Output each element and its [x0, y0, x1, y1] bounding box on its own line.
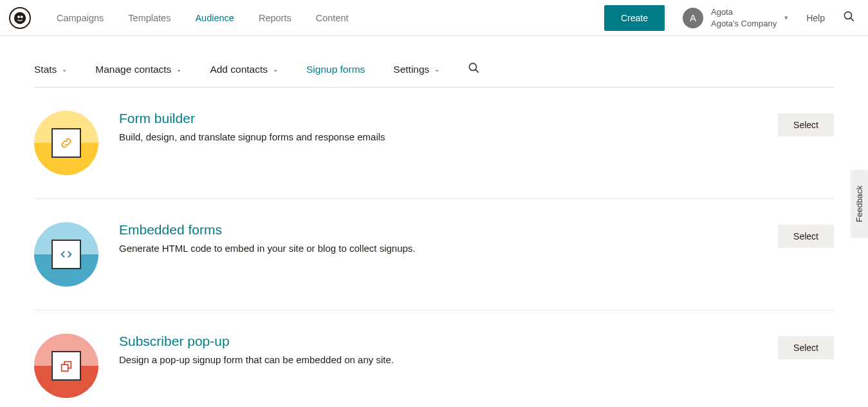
- select-button[interactable]: Select: [778, 336, 834, 359]
- subnav-manage-label: Manage contacts: [95, 64, 171, 75]
- subnav-settings[interactable]: Settings⌄: [393, 64, 439, 75]
- account-name: Agota: [711, 6, 777, 18]
- main-nav: Campaigns Templates Audience Reports Con…: [57, 13, 348, 23]
- create-button[interactable]: Create: [604, 5, 665, 31]
- form-builder-icon: [34, 111, 98, 175]
- signup-forms-list: Form builder Build, design, and translat…: [34, 88, 834, 407]
- nav-reports[interactable]: Reports: [259, 13, 291, 23]
- list-item: Form builder Build, design, and translat…: [34, 88, 834, 199]
- form-builder-title[interactable]: Form builder: [119, 111, 778, 126]
- list-item: Subscriber pop-up Design a pop-up signup…: [34, 310, 834, 407]
- embedded-forms-desc: Generate HTML code to embed in your site…: [119, 243, 778, 254]
- chevron-down-icon: ⌄: [62, 66, 67, 73]
- logo-icon[interactable]: [9, 7, 31, 29]
- chevron-down-icon: ▾: [784, 14, 788, 22]
- list-item: Embedded forms Generate HTML code to emb…: [34, 199, 834, 310]
- nav-campaigns[interactable]: Campaigns: [57, 13, 104, 23]
- subnav-add-label: Add contacts: [210, 64, 268, 75]
- svg-rect-8: [62, 364, 68, 371]
- nav-audience[interactable]: Audience: [195, 13, 234, 23]
- subnav-add-contacts[interactable]: Add contacts⌄: [210, 64, 278, 75]
- svg-point-1: [17, 15, 20, 18]
- account-text: Agota Agota's Company: [711, 6, 777, 29]
- subnav-settings-label: Settings: [393, 64, 429, 75]
- feedback-tab[interactable]: Feedback: [851, 170, 868, 238]
- subscriber-popup-icon: [34, 334, 98, 398]
- avatar: A: [683, 8, 703, 28]
- select-button[interactable]: Select: [778, 225, 834, 248]
- form-builder-desc: Build, design, and translate signup form…: [119, 131, 778, 142]
- svg-line-6: [476, 70, 479, 73]
- chevron-down-icon: ⌄: [434, 66, 439, 73]
- svg-point-5: [470, 63, 477, 70]
- chevron-down-icon: ⌄: [176, 66, 181, 73]
- subnav-stats-label: Stats: [34, 64, 57, 75]
- chevron-down-icon: ⌄: [273, 66, 278, 73]
- top-header: Campaigns Templates Audience Reports Con…: [0, 0, 868, 36]
- embedded-forms-icon: [34, 222, 98, 287]
- svg-line-4: [851, 18, 854, 21]
- header-right: Create A Agota Agota's Company ▾ Help: [604, 5, 855, 31]
- subnav-signup-forms[interactable]: Signup forms: [306, 64, 365, 75]
- subnav-signup-label: Signup forms: [306, 64, 365, 75]
- search-icon[interactable]: [468, 62, 480, 77]
- account-company: Agota's Company: [711, 18, 777, 30]
- audience-subnav: Stats⌄ Manage contacts⌄ Add contacts⌄ Si…: [34, 36, 834, 88]
- help-link[interactable]: Help: [806, 13, 825, 23]
- subscriber-popup-desc: Design a pop-up signup form that can be …: [119, 354, 778, 365]
- account-menu[interactable]: A Agota Agota's Company ▾: [683, 6, 788, 29]
- nav-templates[interactable]: Templates: [128, 13, 171, 23]
- search-icon[interactable]: [843, 10, 855, 25]
- nav-content[interactable]: Content: [316, 13, 349, 23]
- subscriber-popup-title[interactable]: Subscriber pop-up: [119, 334, 778, 349]
- subnav-manage-contacts[interactable]: Manage contacts⌄: [95, 64, 181, 75]
- svg-point-0: [14, 12, 26, 23]
- embedded-forms-title[interactable]: Embedded forms: [119, 222, 778, 238]
- svg-point-3: [844, 12, 851, 19]
- svg-point-2: [21, 15, 23, 18]
- subnav-stats[interactable]: Stats⌄: [34, 64, 67, 75]
- select-button[interactable]: Select: [778, 113, 834, 137]
